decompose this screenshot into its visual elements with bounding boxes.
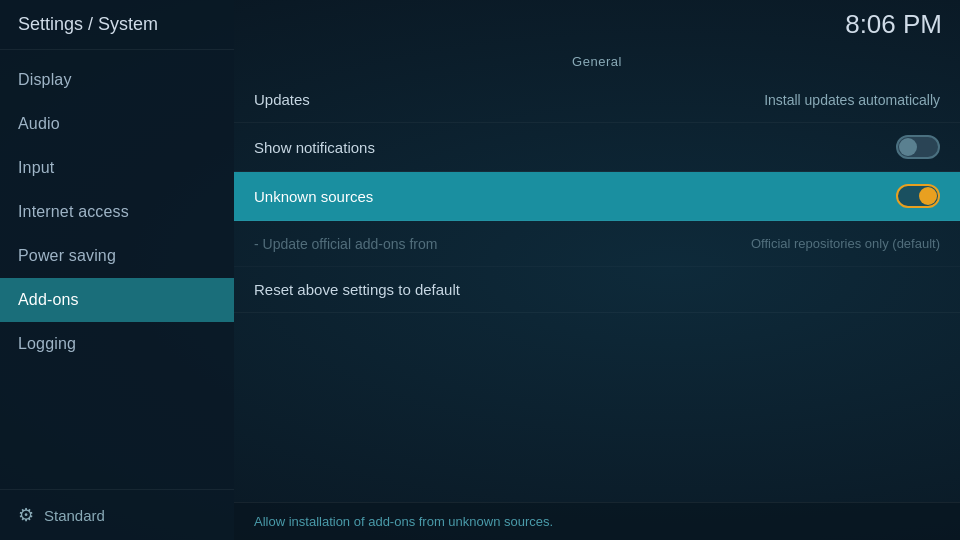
toggle-unknown-sources[interactable] bbox=[896, 184, 940, 208]
sidebar: Settings / System DisplayAudioInputInter… bbox=[0, 0, 234, 540]
toggle-show-notifications[interactable] bbox=[896, 135, 940, 159]
bottom-hint: Allow installation of add-ons from unkno… bbox=[234, 502, 960, 540]
main-panel: 8:06 PM General UpdatesInstall updates a… bbox=[234, 0, 960, 540]
content-area: General UpdatesInstall updates automatic… bbox=[234, 48, 960, 540]
setting-label-reset-settings: Reset above settings to default bbox=[254, 281, 460, 298]
clock: 8:06 PM bbox=[845, 9, 942, 40]
setting-row-show-notifications[interactable]: Show notifications bbox=[234, 123, 960, 172]
setting-row-reset-settings[interactable]: Reset above settings to default bbox=[234, 267, 960, 313]
sidebar-item-audio[interactable]: Audio bbox=[0, 102, 234, 146]
sidebar-item-input[interactable]: Input bbox=[0, 146, 234, 190]
sidebar-footer-label: Standard bbox=[44, 507, 105, 524]
settings-list: UpdatesInstall updates automaticallyShow… bbox=[234, 77, 960, 502]
sidebar-item-logging[interactable]: Logging bbox=[0, 322, 234, 366]
sidebar-item-internet-access[interactable]: Internet access bbox=[0, 190, 234, 234]
sidebar-item-add-ons[interactable]: Add-ons bbox=[0, 278, 234, 322]
sidebar-item-display[interactable]: Display bbox=[0, 58, 234, 102]
setting-row-updates[interactable]: UpdatesInstall updates automatically bbox=[234, 77, 960, 123]
setting-label-updates: Updates bbox=[254, 91, 310, 108]
topbar: 8:06 PM bbox=[234, 0, 960, 48]
setting-row-update-official-addons[interactable]: - Update official add-ons fromOfficial r… bbox=[234, 221, 960, 267]
setting-value-update-official-addons: Official repositories only (default) bbox=[751, 236, 940, 251]
setting-value-updates: Install updates automatically bbox=[764, 92, 940, 108]
sidebar-item-power-saving[interactable]: Power saving bbox=[0, 234, 234, 278]
setting-row-unknown-sources[interactable]: Unknown sources bbox=[234, 172, 960, 221]
setting-label-unknown-sources: Unknown sources bbox=[254, 188, 373, 205]
setting-label-show-notifications: Show notifications bbox=[254, 139, 375, 156]
page-title: Settings / System bbox=[0, 0, 234, 50]
gear-icon: ⚙ bbox=[18, 504, 34, 526]
setting-label-update-official-addons: - Update official add-ons from bbox=[254, 236, 437, 252]
section-label: General bbox=[234, 48, 960, 77]
sidebar-footer[interactable]: ⚙ Standard bbox=[0, 489, 234, 540]
app-layout: Settings / System DisplayAudioInputInter… bbox=[0, 0, 960, 540]
sidebar-nav: DisplayAudioInputInternet accessPower sa… bbox=[0, 58, 234, 489]
